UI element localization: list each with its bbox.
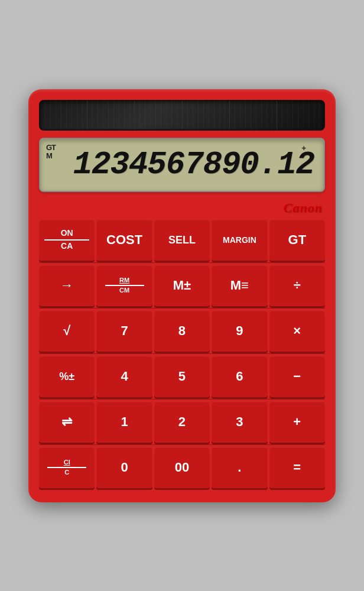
00-button[interactable]: 00 xyxy=(154,447,210,488)
margin-button[interactable]: MARGIN xyxy=(212,219,267,261)
7-button[interactable]: 7 xyxy=(96,310,152,352)
display-value: 1234567890.12 xyxy=(73,147,314,183)
cm-label: CM xyxy=(119,287,129,294)
6-button[interactable]: 6 xyxy=(212,356,267,397)
row-sep-1 xyxy=(39,262,325,263)
1-button[interactable]: 1 xyxy=(96,401,152,443)
divide-label: ÷ xyxy=(294,279,301,292)
m-eq-label: M≡ xyxy=(230,279,249,292)
on-ca-button[interactable]: ON CA xyxy=(39,219,95,261)
3-label: 3 xyxy=(236,415,243,428)
c-label: C xyxy=(64,469,69,476)
sell-label: SELL xyxy=(168,235,196,245)
5-label: 5 xyxy=(178,370,186,383)
ca-label: CA xyxy=(61,242,73,251)
solar-cell-6 xyxy=(277,101,324,129)
swap-label: ⇌ xyxy=(61,415,72,428)
equals-button[interactable]: = xyxy=(269,447,325,488)
8-button[interactable]: 8 xyxy=(154,310,210,352)
plus-label: + xyxy=(293,415,301,428)
gt-button[interactable]: GT xyxy=(269,219,325,261)
equals-label: = xyxy=(293,461,301,474)
0-button[interactable]: 0 xyxy=(96,447,152,488)
brand-name: Canon xyxy=(284,200,323,215)
4-label: 4 xyxy=(121,370,128,383)
percent-pm-button[interactable]: %± xyxy=(39,356,95,397)
9-button[interactable]: 9 xyxy=(212,310,267,352)
minus-button[interactable]: − xyxy=(269,356,325,397)
percent-pm-label: %± xyxy=(59,371,74,382)
sqrt-button[interactable]: √ xyxy=(39,310,95,352)
0-label: 0 xyxy=(121,461,128,474)
8-label: 8 xyxy=(178,324,186,337)
solar-cell-2 xyxy=(87,101,135,129)
gt-indicator: GT xyxy=(46,144,56,151)
rm-label: RM xyxy=(119,277,129,284)
cost-button[interactable]: COST xyxy=(96,219,152,261)
display-indicators: GT M xyxy=(46,144,56,160)
solar-cell-4 xyxy=(183,101,230,129)
9-label: 9 xyxy=(236,324,243,337)
row-sep-5 xyxy=(39,444,325,445)
arrow-button[interactable]: → xyxy=(39,265,95,306)
divide-button[interactable]: ÷ xyxy=(269,265,325,306)
sqrt-label: √ xyxy=(63,324,70,337)
7-label: 7 xyxy=(121,324,128,337)
decimal-button[interactable]: . xyxy=(212,447,267,488)
on-ca-divider xyxy=(44,239,89,241)
gt-label: GT xyxy=(288,233,307,246)
5-button[interactable]: 5 xyxy=(154,356,210,397)
arrow-label: → xyxy=(60,279,73,292)
on-label: ON xyxy=(61,229,73,238)
2-button[interactable]: 2 xyxy=(154,401,210,443)
sell-button[interactable]: SELL xyxy=(154,219,210,261)
decimal-label: . xyxy=(238,461,241,474)
canon-logo: Canon xyxy=(39,200,325,216)
cost-label: COST xyxy=(106,233,142,246)
ci-label: CI xyxy=(64,459,70,466)
solar-cell-5 xyxy=(230,101,277,129)
2-label: 2 xyxy=(178,415,186,428)
6-label: 6 xyxy=(236,370,243,383)
solar-cell-3 xyxy=(135,101,182,129)
rm-cm-button[interactable]: RM CM xyxy=(96,265,152,306)
display-screen: 1234567890.12 xyxy=(45,145,317,185)
display-container: GT M + 1234567890.12 xyxy=(39,138,325,192)
rm-cm-divider xyxy=(105,285,144,286)
calculator: GT M + 1234567890.12 Canon ON CA COST SE… xyxy=(28,89,336,502)
plus-button[interactable]: + xyxy=(269,401,325,443)
button-grid: ON CA COST SELL MARGIN GT → RM CM M± xyxy=(39,219,325,488)
1-label: 1 xyxy=(121,415,128,428)
swap-button[interactable]: ⇌ xyxy=(39,401,95,443)
plus-indicator: + xyxy=(301,144,306,152)
multiply-label: × xyxy=(293,324,301,337)
minus-label: − xyxy=(293,370,301,383)
3-button[interactable]: 3 xyxy=(212,401,267,443)
solar-cell-1 xyxy=(40,101,87,129)
row-sep-3 xyxy=(39,353,325,354)
multiply-button[interactable]: × xyxy=(269,310,325,352)
margin-label: MARGIN xyxy=(223,236,256,244)
4-button[interactable]: 4 xyxy=(96,356,152,397)
m-indicator: M xyxy=(46,152,56,160)
ci-c-divider xyxy=(47,467,86,468)
solar-panel xyxy=(39,100,325,131)
ci-c-button[interactable]: CI C xyxy=(39,447,95,488)
m-plus-minus-label: M± xyxy=(173,279,191,292)
m-eq-button[interactable]: M≡ xyxy=(212,265,267,306)
row-sep-2 xyxy=(39,308,325,309)
m-plus-minus-button[interactable]: M± xyxy=(154,265,210,306)
00-label: 00 xyxy=(175,461,189,474)
row-sep-4 xyxy=(39,399,325,400)
